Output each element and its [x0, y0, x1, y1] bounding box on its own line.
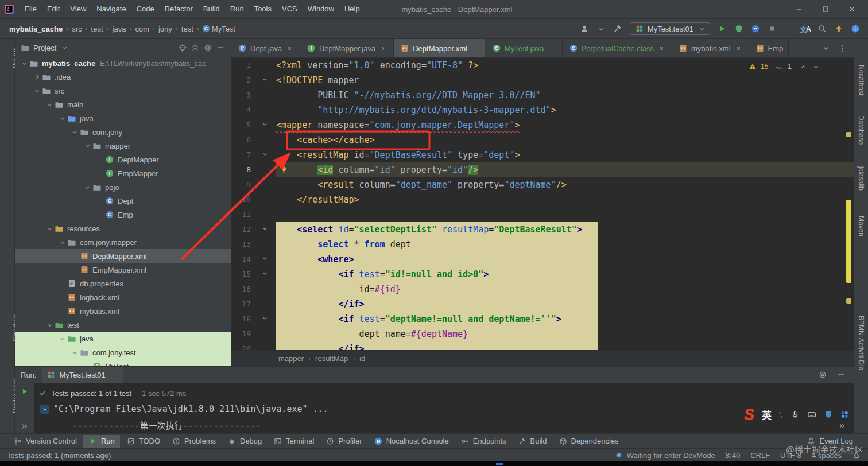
fold-icon[interactable]	[261, 121, 269, 130]
toolwindow-button-nocalhost-console[interactable]: NNocalhost Console	[369, 435, 454, 448]
play-icon[interactable]	[20, 387, 29, 396]
line-number[interactable]: 5	[231, 118, 251, 133]
line-number[interactable]: 17	[231, 297, 251, 312]
tree-chevron-icon[interactable]	[83, 184, 92, 191]
settings-icon[interactable]	[203, 43, 212, 52]
code-text[interactable]: dept_name=#{deptName}	[276, 327, 468, 341]
tree-item-deptmapper-xml[interactable]: DeptMapper.xml	[15, 249, 231, 263]
menu-item-refactor[interactable]: Refactor	[160, 0, 198, 18]
line-number[interactable]: 16	[231, 282, 251, 297]
hide-icon[interactable]	[836, 370, 846, 379]
line-number[interactable]: 9	[231, 177, 251, 192]
grid-icon[interactable]	[840, 410, 850, 419]
tree-item-java[interactable]: java	[15, 332, 231, 345]
tree-item-emp[interactable]: CEmp	[15, 208, 231, 222]
ime-language-mode[interactable]: 英	[762, 407, 772, 422]
breadcrumb-item[interactable]: mybatis_cache	[8, 25, 64, 33]
shield-icon[interactable]	[824, 410, 833, 419]
breadcrumb-item[interactable]: test	[90, 25, 104, 33]
line-number[interactable]: 3	[231, 88, 251, 103]
code-text[interactable]: <id column="id" property="id"/>	[276, 162, 478, 177]
tree-chevron-icon[interactable]	[20, 60, 29, 67]
menu-item-view[interactable]: View	[65, 0, 91, 18]
console-fold-icon[interactable]	[40, 405, 49, 414]
play-icon[interactable]	[718, 24, 727, 33]
tree-item-com-jony[interactable]: com.jony	[15, 125, 231, 139]
fold-icon[interactable]	[261, 270, 269, 279]
menu-item-build[interactable]: Build	[198, 0, 225, 18]
code-text[interactable]: <where>	[276, 252, 354, 267]
tab-emp[interactable]: Emp	[749, 39, 789, 57]
code-text[interactable]: <cache></cache>	[276, 133, 375, 147]
tree-item-db-properties[interactable]: db.properties	[15, 277, 231, 290]
toolwindow-button-endpoints[interactable]: Endpoints	[455, 435, 512, 448]
code-text[interactable]: <resultMap id="DeptBaseResult" type="dep…	[276, 147, 520, 162]
menu-item-run[interactable]: Run	[225, 0, 249, 18]
breadcrumb-item[interactable]: src	[71, 25, 83, 33]
code-text[interactable]: <select id="selectDeptList" resultMap="D…	[276, 222, 582, 237]
inspections-widget[interactable]: 151	[748, 62, 820, 71]
tool-stripe-jclasslib[interactable]: jclasslib	[857, 166, 865, 191]
tree-item-src[interactable]: src	[15, 84, 231, 98]
line-number[interactable]: 7	[231, 147, 251, 162]
code-text[interactable]: <if test="id!=null and id>0">	[276, 267, 489, 282]
line-number[interactable]: 2	[231, 73, 251, 88]
tree-chevron-icon[interactable]	[57, 239, 67, 246]
line-number[interactable]: 18	[231, 312, 251, 327]
collapse-all-icon[interactable]	[191, 43, 200, 52]
line-number[interactable]: 20	[231, 341, 251, 350]
line-number[interactable]: 1	[231, 58, 251, 73]
tree-item-mybatis-cache[interactable]: mybatis_cacheE:\TLWork\mybatis\mybatis_c…	[15, 56, 231, 70]
tree-item-mapper[interactable]: mapper	[15, 139, 231, 153]
chev-down-sm-icon[interactable]	[60, 43, 69, 52]
menu-item-help[interactable]: Help	[339, 0, 365, 18]
code-text[interactable]: </resultMap>	[276, 192, 359, 207]
tree-chevron-icon[interactable]	[57, 115, 67, 122]
more-vert-icon[interactable]	[838, 44, 847, 53]
error-stripe-mark[interactable]	[846, 298, 851, 304]
tree-item--idea[interactable]: .idea	[15, 70, 231, 84]
tool-stripe-bpmn-activiti-dia[interactable]: BPMN-Activiti-Dia	[857, 316, 865, 370]
user-icon[interactable]	[580, 24, 589, 33]
search-icon[interactable]	[817, 24, 827, 33]
error-stripe-mark[interactable]	[846, 132, 851, 137]
menu-item-edit[interactable]: Edit	[42, 0, 65, 18]
line-number[interactable]: 6	[231, 133, 251, 147]
fold-icon[interactable]	[261, 76, 269, 85]
mic-icon[interactable]	[790, 410, 800, 419]
menu-item-vcs[interactable]: VCS	[277, 0, 303, 18]
close-icon[interactable]	[109, 370, 118, 379]
menu-item-navigate[interactable]: Navigate	[91, 0, 131, 18]
run-configuration-combo[interactable]: MyTest.test01	[630, 22, 710, 35]
coverage-icon[interactable]	[734, 24, 743, 33]
code-text[interactable]: "http://mybatis.org/dtd/mybatis-3-mapper…	[276, 103, 556, 118]
breadcrumb-item[interactable]: jony	[157, 25, 173, 33]
line-number[interactable]: 12	[231, 222, 251, 237]
code-text[interactable]: PUBLIC "-//mybatis.org//DTD Mapper 3.0//…	[276, 88, 541, 103]
close-icon[interactable]	[734, 44, 743, 53]
tree-item-empmapper-xml[interactable]: EmpMapper.xml	[15, 263, 231, 277]
line-number[interactable]: 11	[231, 207, 251, 222]
code-editor[interactable]: 1<?xml version="1.0" encoding="UTF-8" ?>…	[231, 58, 854, 350]
tree-chevron-icon[interactable]	[70, 129, 80, 136]
hide-icon[interactable]	[216, 43, 225, 52]
toolwindow-button-terminal[interactable]: Terminal	[268, 435, 319, 448]
editor-breadcrumb-mapper[interactable]: mapper	[278, 354, 304, 363]
keyboard-icon[interactable]	[807, 410, 816, 419]
fold-icon[interactable]	[261, 150, 269, 160]
code-text[interactable]: <!DOCTYPE mapper	[276, 73, 359, 88]
toolwindow-button-build[interactable]: Build	[513, 435, 552, 448]
tree-item-mybatis-xml[interactable]: mybatis.xml	[15, 304, 231, 318]
status-segment-crlf[interactable]: CRLF	[750, 451, 770, 460]
tree-chevron-icon[interactable]	[45, 225, 55, 232]
close-icon[interactable]	[285, 44, 294, 53]
code-text[interactable]: <?xml version="1.0" encoding="UTF-8" ?>	[276, 58, 478, 73]
tab-mytest-java[interactable]: CMyTest.java	[486, 39, 563, 57]
line-number[interactable]: 4	[231, 103, 251, 118]
hammer-icon[interactable]	[613, 24, 622, 33]
menu-item-tools[interactable]: Tools	[249, 0, 277, 18]
blue-ball-icon[interactable]	[851, 24, 860, 33]
line-number[interactable]: 13	[231, 237, 251, 252]
toolwindow-button-problems[interactable]: Problems	[166, 435, 221, 448]
code-text[interactable]: <if test="deptName!=null and deptName!='…	[276, 312, 561, 327]
